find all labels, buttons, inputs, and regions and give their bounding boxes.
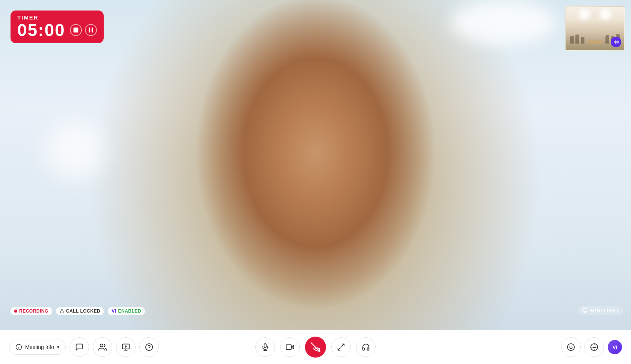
- chat-icon: [75, 343, 83, 351]
- phone-end-icon: [311, 342, 320, 352]
- call-locked-badge: CALL LOCKED: [56, 307, 104, 315]
- enabled-badge: VI ENABLED: [108, 307, 145, 315]
- spotlight-label: SPOTLIGHT: [590, 308, 619, 313]
- recording-badge: RECORDING: [11, 307, 52, 315]
- share-icon: [337, 343, 345, 351]
- svg-point-6: [100, 344, 103, 347]
- participants-icon: [98, 343, 107, 351]
- help-button[interactable]: [139, 337, 159, 357]
- pip-bg: [566, 7, 624, 50]
- pip-thumbnail[interactable]: [565, 6, 625, 51]
- pip-light-2: [600, 9, 611, 20]
- meeting-info-button[interactable]: Meeting Info ▾: [9, 340, 66, 355]
- toolbar-right: Vi: [561, 337, 622, 357]
- info-icon: [15, 344, 22, 350]
- svg-rect-3: [60, 311, 63, 313]
- enabled-prefix: VI: [112, 308, 116, 314]
- headset-button[interactable]: [356, 337, 376, 357]
- vi-label: Vi: [613, 344, 617, 350]
- stop-icon: [72, 26, 80, 34]
- locked-label: CALL LOCKED: [66, 308, 100, 314]
- svg-rect-4: [583, 308, 587, 311]
- lock-icon: [60, 309, 64, 313]
- vi-avatar-button[interactable]: Vi: [608, 340, 622, 354]
- timer-pause-button[interactable]: [85, 24, 97, 36]
- svg-rect-11: [286, 345, 291, 350]
- bg-blur-left: [45, 120, 105, 180]
- timer-row: 05:00: [17, 21, 97, 39]
- emoji-button[interactable]: [561, 337, 581, 357]
- pip-light-1: [579, 9, 590, 20]
- svg-rect-9: [264, 344, 266, 348]
- share-button[interactable]: [331, 337, 351, 357]
- recording-dot: [14, 310, 17, 313]
- recording-label: RECORDING: [19, 308, 48, 314]
- chat-button[interactable]: [69, 337, 89, 357]
- end-call-button[interactable]: [305, 337, 326, 358]
- microphone-icon: [261, 343, 269, 351]
- timer-label: TIMER: [17, 14, 39, 21]
- timer-controls: [70, 24, 97, 36]
- enabled-label: ENABLED: [118, 308, 141, 314]
- audio-wave-icon: [613, 39, 619, 45]
- meeting-info-label: Meeting Info: [25, 344, 54, 350]
- svg-rect-2: [91, 28, 93, 33]
- screenshare-button[interactable]: [116, 337, 136, 357]
- participants-button[interactable]: [93, 337, 112, 357]
- svg-marker-10: [291, 345, 294, 349]
- timer-value: 05:00: [17, 21, 65, 39]
- timer-widget: TIMER 05:00: [11, 11, 104, 43]
- toolbar-center: [255, 337, 376, 358]
- meeting-info-chevron: ▾: [57, 344, 59, 350]
- svg-line-14: [338, 348, 340, 350]
- bg-blur-top: [451, 0, 556, 45]
- status-badges: RECORDING CALL LOCKED VI ENABLED: [11, 307, 145, 315]
- toolbar: Meeting Info ▾: [0, 330, 631, 364]
- screenshare-icon: [122, 343, 130, 351]
- microphone-button[interactable]: [255, 337, 275, 357]
- spotlight-badge[interactable]: SPOTLIGHT: [578, 306, 623, 315]
- camera-button[interactable]: [280, 337, 300, 357]
- reactions-button[interactable]: [584, 337, 604, 357]
- svg-rect-0: [73, 28, 78, 33]
- pip-audio-badge: [611, 37, 621, 47]
- headset-icon: [362, 343, 370, 351]
- svg-point-15: [568, 344, 574, 350]
- spotlight-icon: [582, 308, 587, 313]
- camera-icon: [286, 343, 294, 351]
- svg-line-13: [342, 344, 344, 346]
- timer-stop-button[interactable]: [70, 24, 82, 36]
- emoji-icon: [567, 343, 575, 351]
- svg-rect-1: [89, 28, 90, 33]
- reactions-icon: [590, 343, 598, 351]
- pause-icon: [87, 26, 95, 34]
- help-icon: [145, 343, 153, 351]
